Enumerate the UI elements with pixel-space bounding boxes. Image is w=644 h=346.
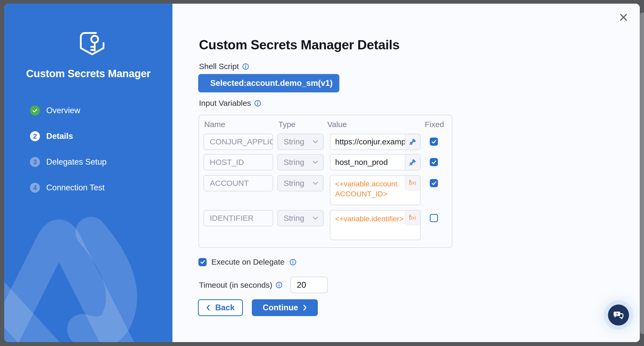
type-select-value: String [284,214,304,223]
chevron-down-icon [313,181,318,185]
variable-value-input-conjur_applic[interactable]: https://conjur.examp [330,134,421,150]
footer-buttons: Back Continue [198,299,318,316]
step-label: Details [46,132,73,141]
column-header-value: Value [327,120,347,129]
step-number-badge: 2 [30,131,40,141]
variable-name-input-identifier[interactable]: IDENTIFIER [203,210,273,226]
wizard-steps: Overview2Details3Delegates Setup4Connect… [4,4,172,342]
variable-type-select-account[interactable]: String [277,175,324,191]
expression-fx-icon[interactable]: f(x) [405,176,420,190]
custom-secrets-manager-dialog: Custom Secrets Manager Overview2Details3… [4,4,640,342]
type-select-value: String [284,179,304,188]
fixed-checkbox-identifier[interactable] [430,214,438,222]
execute-on-delegate-row: Execute on Delegate [198,258,297,266]
timeout-label: Timeout (in seconds) [199,281,272,290]
sidebar-step-details[interactable]: 2Details [30,131,73,141]
fixed-checkbox-conjur_applic[interactable] [430,138,438,146]
sidebar-step-connection-test[interactable]: 4Connection Test [30,182,105,193]
sidebar-step-delegates-setup[interactable]: 3Delegates Setup [30,157,106,167]
info-icon[interactable] [275,281,283,289]
back-button[interactable]: Back [198,299,243,316]
info-icon[interactable] [289,259,297,266]
page-title: Custom Secrets Manager Details [199,37,400,53]
shell-script-label: Shell Script [199,62,239,71]
variable-type-select-identifier[interactable]: String [277,210,324,226]
check-icon [431,159,437,165]
check-icon [200,259,206,265]
type-select-value: String [284,158,304,167]
chat-question-icon: ? [612,309,625,321]
variable-type-select-host_id[interactable]: String [277,154,324,170]
svg-text:?: ? [616,312,618,316]
help-chat-button[interactable]: ? [608,305,629,326]
type-select-value: String [284,137,304,146]
step-label: Overview [46,106,80,115]
chevron-down-icon [313,140,318,144]
check-icon [431,180,437,186]
variable-name-input-conjur_applic[interactable]: CONJUR_APPLIC [203,134,273,150]
step-number-badge: 3 [30,157,40,167]
wizard-sidebar: Custom Secrets Manager Overview2Details3… [4,4,172,342]
input-variables-label: Input Variables [199,99,251,108]
fixed-value-pin-icon[interactable] [405,155,420,170]
variable-value-input-account[interactable]: <+variable.account.ACCOUNT_ID>f(x) [330,175,421,205]
column-header-name: Name [204,120,225,129]
fixed-checkbox-host_id[interactable] [430,158,438,166]
variable-value-input-host_id[interactable]: host_non_prod [330,154,421,170]
variable-type-select-conjur_applic[interactable]: String [277,134,324,150]
step-done-check-icon [30,106,40,116]
page-scrollbar[interactable] [640,13,644,334]
variable-value-input-identifier[interactable]: <+variable.identifier>f(x) [330,210,421,240]
back-button-label: Back [215,303,234,312]
selected-shell-script-label: Selected:account.demo_sm(v1) [210,78,333,88]
check-icon [431,139,437,145]
selected-shell-script-button[interactable]: Selected:account.demo_sm(v1) [198,74,339,92]
info-icon[interactable] [254,100,261,107]
chevron-left-icon [206,305,210,311]
sidebar-step-overview[interactable]: Overview [30,105,80,116]
info-icon[interactable] [242,63,249,70]
dialog-main-panel: Custom Secrets Manager Details Shell Scr… [172,4,640,342]
continue-button-label: Continue [263,303,298,312]
expression-fx-icon[interactable]: f(x) [405,211,420,225]
step-label: Delegates Setup [46,157,106,167]
chevron-right-icon [303,305,307,311]
timeout-input[interactable] [290,277,328,293]
chevron-down-icon [313,216,318,220]
close-icon[interactable] [618,12,629,23]
column-header-type: Type [278,120,295,129]
timeout-row: Timeout (in seconds) [199,277,328,293]
library-icon [205,79,206,88]
chevron-down-icon [313,160,318,164]
continue-button[interactable]: Continue [252,299,318,316]
variable-name-input-host_id[interactable]: HOST_ID [203,154,273,170]
variable-name-input-account[interactable]: ACCOUNT [203,175,273,191]
column-header-fixed: Fixed [425,120,444,129]
step-number-badge: 4 [30,183,40,193]
execute-on-delegate-checkbox[interactable] [198,258,207,266]
execute-on-delegate-label: Execute on Delegate [211,258,285,266]
fixed-checkbox-account[interactable] [430,179,438,187]
fixed-value-pin-icon[interactable] [405,134,420,149]
input-variables-table: NameTypeValueFixedCONJUR_APPLICStringhtt… [198,115,452,248]
step-label: Connection Test [46,183,105,192]
